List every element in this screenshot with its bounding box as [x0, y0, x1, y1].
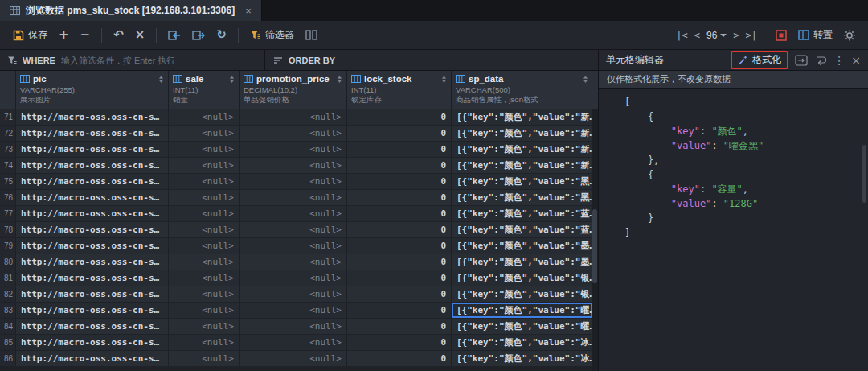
column-header-sale[interactable]: sale INT(11) 销量	[169, 71, 240, 109]
column-header-promotion_price[interactable]: promotion_price DECIMAL(10,2) 单品促销价格	[240, 71, 347, 109]
cell-lock-stock[interactable]: 0	[347, 174, 452, 189]
cell-sale[interactable]: <null>	[169, 206, 240, 221]
add-row-button[interactable]: +	[54, 26, 74, 44]
cell-sp-data[interactable]: [{"key":"颜色","value":"银…	[452, 286, 592, 302]
cell-lock-stock[interactable]: 0	[347, 222, 452, 237]
column-visibility-button[interactable]	[301, 27, 322, 43]
row-number[interactable]: 75	[0, 174, 16, 189]
cell-pic[interactable]: http://macro-oss.oss-cn-s…	[16, 351, 169, 366]
row-number[interactable]: 73	[0, 142, 16, 157]
cell-lock-stock[interactable]: 0	[347, 158, 452, 173]
row-number[interactable]: 80	[0, 254, 16, 270]
cell-sale[interactable]: <null>	[169, 109, 240, 125]
cell-lock-stock[interactable]: 0	[347, 270, 452, 286]
cell-sp-data[interactable]: [{"key":"颜色","value":"黑…	[452, 174, 592, 189]
cell-sp-data[interactable]: [{"key":"颜色","value":"银…	[452, 270, 592, 286]
cell-lock-stock[interactable]: 0	[347, 126, 452, 141]
cell-promotion-price[interactable]: <null>	[240, 158, 347, 173]
row-number[interactable]: 84	[0, 319, 16, 334]
cell-promotion-price[interactable]: <null>	[240, 319, 347, 334]
cell-pic[interactable]: http://macro-oss.oss-cn-s…	[16, 286, 169, 302]
cell-lock-stock[interactable]: 0	[347, 286, 452, 302]
cell-promotion-price[interactable]: <null>	[240, 270, 347, 286]
cell-pic[interactable]: http://macro-oss.oss-cn-s…	[16, 109, 169, 125]
cell-sale[interactable]: <null>	[169, 286, 240, 302]
cell-promotion-price[interactable]: <null>	[240, 174, 347, 189]
panel-scrollbar-thumb[interactable]	[862, 145, 866, 203]
column-header-lock_stock[interactable]: lock_stock INT(11) 锁定库存	[347, 71, 452, 109]
format-button[interactable]: 格式化	[731, 51, 788, 69]
cell-sale[interactable]: <null>	[169, 126, 240, 141]
page-size-dropdown[interactable]: 96	[706, 30, 727, 41]
cell-sp-data[interactable]: [{"key":"颜色","value":"新…	[452, 158, 592, 173]
tab-close-icon[interactable]: ×	[245, 5, 252, 17]
cell-promotion-price[interactable]: <null>	[240, 254, 347, 270]
cell-sp-data[interactable]: [{"key":"颜色","value":"冰…	[452, 351, 592, 366]
cell-lock-stock[interactable]: 0	[347, 142, 452, 157]
row-number[interactable]: 78	[0, 222, 16, 237]
row-number[interactable]: 79	[0, 238, 16, 254]
vertical-scrollbar[interactable]	[592, 109, 598, 371]
cell-promotion-price[interactable]: <null>	[240, 142, 347, 157]
prev-page-button[interactable]: <	[694, 30, 700, 41]
sort-icon[interactable]	[583, 75, 588, 84]
cell-sale[interactable]: <null>	[169, 254, 240, 270]
cell-pic[interactable]: http://macro-oss.oss-cn-s…	[16, 270, 169, 286]
row-number[interactable]: 81	[0, 270, 16, 286]
sort-icon[interactable]	[158, 75, 164, 84]
cell-sp-data[interactable]: [{"key":"颜色","value":"新…	[452, 126, 592, 141]
export-button[interactable]	[187, 27, 210, 44]
row-number[interactable]: 74	[0, 158, 16, 173]
cell-sale[interactable]: <null>	[169, 351, 240, 366]
row-number[interactable]: 83	[0, 303, 16, 318]
cell-lock-stock[interactable]: 0	[347, 319, 452, 334]
cell-promotion-price[interactable]: <null>	[240, 286, 347, 302]
cell-lock-stock[interactable]: 0	[347, 351, 452, 366]
cell-pic[interactable]: http://macro-oss.oss-cn-s…	[16, 254, 169, 270]
cell-sale[interactable]: <null>	[169, 142, 240, 157]
where-input[interactable]	[61, 56, 257, 65]
column-header-pic[interactable]: pic VARCHAR(255) 展示图片	[16, 71, 169, 109]
cell-pic[interactable]: http://macro-oss.oss-cn-s…	[16, 303, 169, 318]
cell-pic[interactable]: http://macro-oss.oss-cn-s…	[16, 174, 169, 189]
cell-pic[interactable]: http://macro-oss.oss-cn-s…	[16, 222, 169, 237]
cell-promotion-price[interactable]: <null>	[240, 222, 347, 237]
cell-lock-stock[interactable]: 0	[347, 335, 452, 350]
cell-pic[interactable]: http://macro-oss.oss-cn-s…	[16, 158, 169, 173]
cell-sp-data[interactable]: [{"key":"颜色","value":"新…	[452, 109, 592, 125]
row-number[interactable]: 72	[0, 126, 16, 141]
json-viewer[interactable]: [ { "key": "颜色", "value": "曜金黑" }, { "ke…	[599, 89, 868, 371]
cell-sp-data[interactable]: [{"key":"颜色","value":"墨…	[452, 238, 592, 254]
cell-lock-stock[interactable]: 0	[347, 254, 452, 270]
sort-icon[interactable]	[337, 75, 342, 84]
cell-sp-data[interactable]: [{"key":"颜色","value":"曜…	[452, 319, 592, 334]
order-by-section[interactable]: ORDER BY	[265, 50, 598, 70]
stop-button[interactable]	[771, 27, 792, 44]
cell-sale[interactable]: <null>	[169, 158, 240, 173]
cell-promotion-price[interactable]: <null>	[240, 351, 347, 366]
cell-pic[interactable]: http://macro-oss.oss-cn-s…	[16, 206, 169, 221]
next-page-button[interactable]: >	[733, 30, 739, 41]
cell-sale[interactable]: <null>	[169, 238, 240, 254]
close-panel-icon[interactable]: ×	[851, 55, 861, 66]
cell-pic[interactable]: http://macro-oss.oss-cn-s…	[16, 238, 169, 254]
first-page-button[interactable]: |<	[676, 30, 687, 41]
cell-pic[interactable]: http://macro-oss.oss-cn-s…	[16, 142, 169, 157]
sort-icon[interactable]	[229, 75, 235, 84]
cell-sp-data[interactable]: [{"key":"颜色","value":"黑…	[452, 190, 592, 205]
cell-sale[interactable]: <null>	[169, 222, 240, 237]
row-number[interactable]: 85	[0, 335, 16, 350]
cell-sale[interactable]: <null>	[169, 335, 240, 350]
cancel-changes-button[interactable]: ×	[130, 26, 150, 44]
save-button[interactable]: 保存	[8, 25, 52, 45]
wrap-text-icon[interactable]	[795, 55, 808, 66]
cell-lock-stock[interactable]: 0	[347, 109, 452, 125]
cell-sp-data[interactable]: [{"key":"颜色","value":"蓝…	[452, 222, 592, 237]
cell-sale[interactable]: <null>	[169, 303, 240, 318]
tab-browse-data[interactable]: 浏览数据 pms_sku_stock [192.168.3.101:3306] …	[0, 0, 262, 21]
more-options-icon[interactable]: ⋮	[833, 55, 845, 66]
cell-promotion-price[interactable]: <null>	[240, 206, 347, 221]
undo-button[interactable]: ↶	[108, 26, 129, 44]
cell-sale[interactable]: <null>	[169, 319, 240, 334]
cell-lock-stock[interactable]: 0	[347, 190, 452, 205]
